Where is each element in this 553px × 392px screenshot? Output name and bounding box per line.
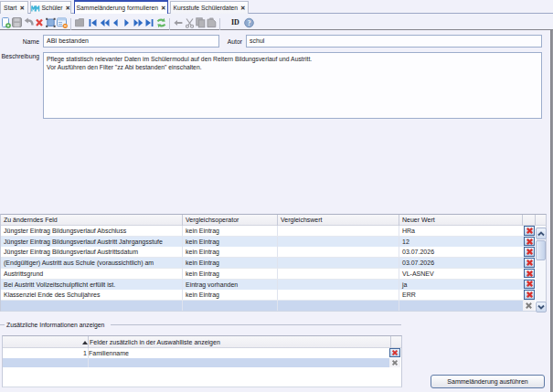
svg-text:?: ? <box>247 19 250 27</box>
